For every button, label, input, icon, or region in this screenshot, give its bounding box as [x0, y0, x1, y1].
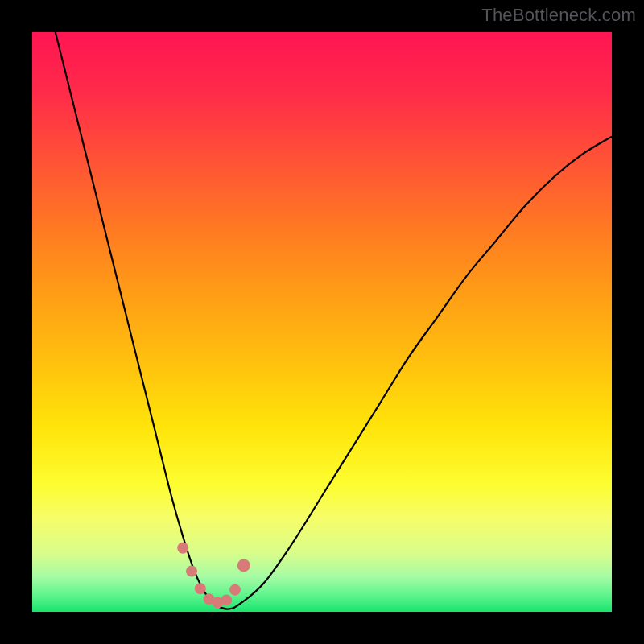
watermark-text: TheBottleneck.com [481, 5, 636, 26]
chart-frame: TheBottleneck.com [0, 0, 644, 644]
curve-marker [237, 559, 250, 572]
curve-marker [186, 566, 197, 577]
plot-area [32, 32, 612, 612]
curve-marker [177, 543, 188, 554]
curve-marker [195, 583, 206, 594]
bottleneck-curve [56, 32, 612, 609]
curve-marker [221, 595, 232, 606]
curve-marker [229, 584, 241, 596]
curve-svg [32, 32, 612, 612]
